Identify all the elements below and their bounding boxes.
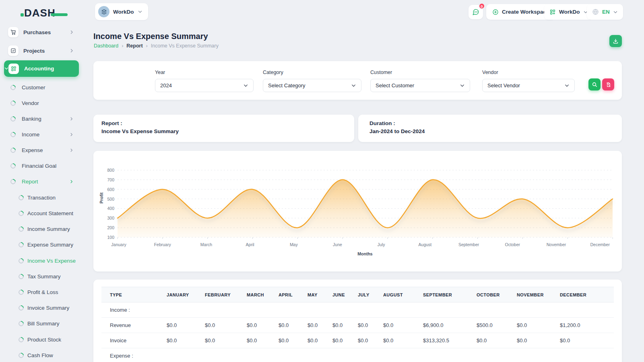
y-tick-label: 800 (93, 168, 114, 173)
x-tick-label: August (419, 242, 432, 247)
chevron-right-icon (69, 148, 74, 152)
col-type: TYPE (101, 287, 167, 302)
chevron-right-icon (69, 30, 74, 35)
x-tick-label: April (246, 242, 254, 247)
profit-chart-card: Profit 800700600500400300200100 JanuaryF… (93, 151, 622, 272)
x-tick-label: December (590, 242, 609, 247)
sidebar-item-vendor[interactable]: Vendor (0, 97, 85, 109)
y-axis: 800700600500400300200100 (93, 151, 114, 272)
year-select[interactable]: 2024 (155, 79, 254, 92)
col-may: MAY (308, 287, 332, 302)
sidebar-item-income-vs-expense[interactable]: Income Vs Expense (0, 255, 85, 266)
bullet-icon (17, 225, 25, 232)
duration-summary-card: Duration : Jan-2024 to Dec-2024 (358, 115, 622, 142)
y-tick-label: 700 (93, 177, 114, 182)
sidebar-item-product-stock[interactable]: Product Stock (0, 334, 85, 345)
chevron-right-icon (69, 117, 74, 121)
bullet-icon (17, 320, 25, 327)
sidebar-item-purchases[interactable]: Purchases (0, 27, 85, 38)
bullet-icon (17, 304, 25, 311)
x-tick-label: July (378, 242, 385, 247)
x-tick-label: February (154, 242, 171, 247)
sidebar-item-financial-goal[interactable]: Financial Goal (0, 160, 85, 171)
table-row-expense-section: Expense : (101, 348, 614, 362)
bullet-icon (17, 336, 25, 343)
workspace-switcher[interactable]: WorkDo (95, 3, 148, 20)
export-download-button[interactable] (609, 35, 622, 47)
chevron-down-icon (351, 83, 356, 88)
sidebar-item-income-summary[interactable]: Income Summary (0, 223, 85, 234)
bullet-icon (9, 162, 17, 169)
bullet-icon (17, 257, 25, 264)
download-icon (613, 38, 619, 44)
sidebar-item-expense-summary[interactable]: Expense Summary (0, 239, 85, 250)
sidebar-item-invoice-summary[interactable]: Invoice Summary (0, 302, 85, 313)
x-tick-label: March (200, 242, 212, 247)
bullet-icon (17, 273, 25, 280)
app-logo[interactable]: DASH (20, 5, 68, 21)
messages-button[interactable]: 0 (469, 5, 483, 19)
profit-area-chart (118, 170, 613, 239)
col-november: NOVEMBER (517, 287, 560, 302)
customer-label: Customer (370, 70, 392, 75)
sidebar-item-customer[interactable]: Customer (0, 82, 85, 93)
col-february: FEBRUARY (205, 287, 247, 302)
col-january: JANUARY (167, 287, 205, 302)
x-tick-label: June (333, 242, 342, 247)
duration-value: Jan-2024 to Dec-2024 (369, 128, 611, 134)
bullet-icon (17, 288, 25, 296)
chat-badge: 0 (479, 3, 485, 9)
bullet-icon (17, 241, 25, 248)
workspace-avatar (98, 6, 109, 17)
x-tick-label: October (505, 242, 520, 247)
income-expense-table-card: TYPE JANUARY FEBRUARY MARCH APRIL MAY JU… (93, 280, 622, 362)
category-label: Category (263, 70, 283, 75)
bullet-icon (9, 178, 17, 185)
table-row-income-section: Income : (101, 302, 614, 318)
chevron-down-icon (138, 9, 142, 14)
col-december: DECEMBER (560, 287, 614, 302)
sidebar-item-banking[interactable]: Banking (0, 113, 85, 124)
vendor-label: Vendor (482, 70, 498, 75)
language-selector[interactable]: EN (587, 4, 623, 20)
category-select[interactable]: Select Category (263, 79, 361, 92)
chevron-down-icon (564, 83, 570, 88)
bullet-icon (9, 115, 17, 122)
sidebar-item-report[interactable]: Report (0, 176, 85, 187)
bullet-icon (9, 99, 17, 107)
col-april: APRIL (279, 287, 308, 302)
bullet-icon (17, 210, 25, 217)
check-square-icon (8, 45, 19, 56)
sidebar-item-accounting[interactable]: Accounting (4, 60, 79, 77)
chevron-down-icon (243, 83, 248, 88)
col-september: SEPTEMBER (423, 287, 477, 302)
col-march: MARCH (247, 287, 279, 302)
workspace-menu-button[interactable]: WorkDo (544, 4, 593, 20)
sidebar-item-cash-flow[interactable]: Cash Flow (0, 350, 85, 361)
breadcrumb-separator: › (122, 43, 123, 49)
search-icon (592, 82, 597, 87)
sidebar-item-income[interactable]: Income (0, 129, 85, 140)
filter-search-button[interactable] (588, 78, 601, 90)
grid-plus-icon (549, 9, 556, 15)
sidebar-item-projects[interactable]: Projects (0, 45, 85, 56)
logo-text: DASH (24, 7, 56, 19)
plus-circle-icon (492, 9, 499, 15)
vendor-select[interactable]: Select Vendor (482, 79, 575, 92)
breadcrumb-dashboard[interactable]: Dashboard (94, 43, 118, 49)
breadcrumb-report[interactable]: Report (126, 43, 142, 49)
sidebar-item-expense[interactable]: Expense (0, 144, 85, 156)
customer-select[interactable]: Select Customer (370, 79, 470, 92)
filter-panel: Year 2024 Category Select Category Custo… (93, 61, 622, 100)
filter-reset-button[interactable] (602, 78, 614, 90)
table-header-row: TYPE JANUARY FEBRUARY MARCH APRIL MAY JU… (101, 287, 614, 302)
sidebar-item-tax-summary[interactable]: Tax Summary (0, 271, 85, 282)
sidebar-item-transaction[interactable]: Transaction (0, 192, 85, 203)
sidebar-item-profit-loss[interactable]: Profit & Loss (0, 286, 85, 298)
x-axis: JanuaryFebruaryMarchAprilMayJuneJulyAugu… (118, 242, 613, 248)
breadcrumb-separator: › (146, 43, 148, 49)
sidebar-item-account-statement[interactable]: Account Statement (0, 208, 85, 219)
sidebar-item-bill-summary[interactable]: Bill Summary (0, 318, 85, 329)
grid-icon (8, 64, 19, 74)
chat-icon (472, 8, 479, 16)
